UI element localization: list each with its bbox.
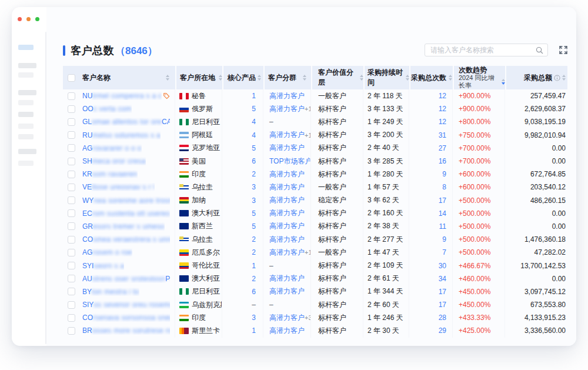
purchase-count-link[interactable]: 31 bbox=[439, 131, 446, 139]
purchase-count-link[interactable]: 14 bbox=[439, 209, 446, 218]
table-row[interactable]: AGrosem o roe 厄瓜多尔 2 高潜力客户 +1 一般客户 1 年 4… bbox=[63, 246, 567, 259]
segment-link[interactable]: 高潜力客户 bbox=[269, 221, 305, 231]
core-product-count[interactable]: 3 bbox=[252, 314, 256, 322]
core-product-count[interactable]: – bbox=[252, 301, 256, 309]
purchase-count-link[interactable]: 17 bbox=[439, 301, 446, 309]
core-product-count[interactable]: 5 bbox=[252, 222, 256, 231]
segment-link[interactable]: 高潜力客户 bbox=[269, 195, 305, 205]
table-row[interactable]: WYnea sorenme aore trosnU... 加纳 3 高潜力客户 … bbox=[63, 194, 567, 207]
table-row[interactable]: GResors tremer s umeso 新西兰 5 高潜力客户 标杆客户 … bbox=[63, 220, 567, 233]
segment-link[interactable]: 高潜力客户 bbox=[269, 104, 305, 114]
customer-name-link[interactable]: BRosses more sorutrese rotLTD bbox=[82, 326, 170, 335]
purchase-count-link[interactable]: 12 bbox=[439, 118, 446, 126]
purchase-count-link[interactable]: 12 bbox=[439, 105, 446, 113]
customer-name-link[interactable]: AGrovararer o o o bbox=[82, 144, 142, 152]
core-product-count[interactable]: 5 bbox=[252, 209, 256, 218]
row-checkbox[interactable] bbox=[68, 158, 75, 165]
customer-name-link[interactable]: KRsom ravaeren bbox=[82, 170, 138, 178]
row-checkbox[interactable] bbox=[68, 92, 75, 100]
table-row[interactable]: GLomae allentos tor oreCA... 尼日利亚 4 – 标杆… bbox=[63, 115, 567, 128]
column-header-segment[interactable]: 客户分群 bbox=[265, 66, 311, 89]
purchase-count-link[interactable]: 29 bbox=[439, 326, 446, 335]
table-row[interactable]: BYton mestra i to 尼日利亚 6 高潜力客户 标杆客户 1 年 … bbox=[63, 285, 567, 298]
sort-icon[interactable] bbox=[303, 75, 306, 81]
table-row[interactable]: OOc verta com 俄罗斯 5 高潜力客户 +1 标杆客户 3 年 13… bbox=[63, 102, 567, 115]
segment-link[interactable]: 高潜力客户 bbox=[269, 326, 305, 336]
tag-icon[interactable] bbox=[163, 92, 170, 99]
column-header-amount[interactable]: 采购总额 bbox=[506, 66, 567, 89]
fullscreen-expand-button[interactable] bbox=[559, 45, 568, 55]
customer-name-link[interactable]: GLomae allentos tor oreCA... bbox=[82, 118, 170, 126]
segment-link[interactable]: – bbox=[269, 262, 273, 270]
table-row[interactable]: AUstrens oser srotestosnP... 澳大利亚 2 高潜力客… bbox=[63, 272, 567, 285]
row-checkbox[interactable] bbox=[68, 327, 75, 335]
sort-icon[interactable] bbox=[360, 75, 363, 81]
customer-name-link[interactable]: COsmea veraestrera s unreR... bbox=[82, 235, 170, 244]
customer-name-link[interactable]: AUstrens oser srotestosnP... bbox=[82, 275, 170, 283]
table-row[interactable]: ECrom sustenla ott usereo 澳大利亚 5 高潜力客户 标… bbox=[63, 207, 567, 220]
customer-name-link[interactable]: NUtrmel compenra s a c bbox=[82, 92, 162, 100]
segment-link[interactable]: 高潜力客户 bbox=[269, 235, 305, 245]
purchase-count-link[interactable]: 27 bbox=[439, 144, 446, 152]
segment-link[interactable]: 高潜力客户 bbox=[269, 313, 305, 323]
sort-icon-active[interactable] bbox=[502, 79, 505, 85]
purchase-count-link[interactable]: 12 bbox=[439, 92, 446, 100]
row-checkbox[interactable] bbox=[68, 222, 75, 230]
row-checkbox[interactable] bbox=[68, 144, 75, 152]
customer-name-link[interactable]: VEttose ureosnav s r l bbox=[82, 183, 155, 191]
purchase-count-link[interactable]: 16 bbox=[439, 157, 446, 165]
column-header-purchase-count[interactable]: 采购总次数 bbox=[410, 66, 453, 89]
table-row[interactable]: SHmeca oror cresa 美国 6 TOP市场客户 标杆客户 3 年 … bbox=[63, 155, 567, 168]
segment-link[interactable]: 高潜力客户 bbox=[269, 208, 305, 218]
table-row[interactable]: COrsenava sorsonsoa sneustE ... 印度 3 高潜力… bbox=[63, 311, 567, 324]
customer-name-link[interactable]: COrsenava sorsonsoa sneustE ... bbox=[82, 314, 170, 322]
purchase-count-link[interactable]: 8 bbox=[442, 183, 446, 191]
customer-name-link[interactable]: OOc verta com bbox=[82, 105, 132, 113]
customer-name-link[interactable]: WYnea sorenme aore trosnU... bbox=[82, 196, 170, 205]
row-checkbox[interactable] bbox=[68, 184, 75, 191]
customer-name-link[interactable]: SIYos sevenor oreu rosemsX... bbox=[82, 301, 170, 309]
purchase-count-link[interactable]: 17 bbox=[439, 288, 446, 296]
core-product-count[interactable]: 1 bbox=[252, 262, 256, 270]
core-product-count[interactable]: 6 bbox=[252, 157, 256, 165]
customer-name-link[interactable]: BYton mestra i to bbox=[82, 288, 139, 296]
column-header-duration[interactable]: 采购持续时间 bbox=[365, 66, 409, 89]
segment-link[interactable]: – bbox=[269, 301, 273, 309]
column-header-value-tier[interactable]: 客户价值分层 bbox=[312, 66, 363, 89]
purchase-count-link[interactable]: 30 bbox=[439, 262, 446, 270]
purchase-count-link[interactable]: 17 bbox=[439, 196, 446, 205]
table-row[interactable]: VEttose ureosnav s r l 乌拉圭 3 高潜力客户 一般客户 … bbox=[63, 181, 567, 194]
sort-icon[interactable] bbox=[406, 75, 409, 81]
core-product-count[interactable]: 5 bbox=[252, 144, 256, 152]
customer-name-link[interactable]: AGrosem o roe bbox=[82, 248, 132, 256]
segment-link[interactable]: 高潜力客户 bbox=[269, 274, 305, 284]
row-checkbox[interactable] bbox=[68, 262, 75, 269]
core-product-count[interactable]: 1 bbox=[252, 92, 256, 100]
purchase-count-link[interactable]: 9 bbox=[442, 235, 446, 244]
table-row[interactable]: KRsom ravaeren 印度 2 高潜力客户 标杆客户 1 年 280 天… bbox=[63, 168, 567, 181]
segment-link[interactable]: 高潜力客户 bbox=[269, 248, 305, 258]
core-product-count[interactable]: 2 bbox=[252, 170, 256, 178]
customer-name-link[interactable]: ECrom sustenla ott usereo bbox=[82, 209, 170, 218]
segment-link[interactable]: 高潜力客户 bbox=[269, 143, 305, 153]
customer-name-link[interactable]: SYIseorn s a bbox=[82, 262, 124, 270]
purchase-count-link[interactable]: 9 bbox=[442, 170, 446, 178]
row-checkbox[interactable] bbox=[68, 196, 75, 204]
row-checkbox[interactable] bbox=[68, 118, 75, 126]
segment-link[interactable]: 高潜力客户 bbox=[269, 91, 305, 101]
row-checkbox[interactable] bbox=[68, 171, 75, 178]
purchase-count-link[interactable]: 7 bbox=[442, 248, 446, 256]
row-checkbox[interactable] bbox=[68, 249, 75, 256]
search-icon[interactable] bbox=[536, 46, 543, 54]
core-product-count[interactable]: 5 bbox=[252, 105, 256, 113]
segment-link[interactable]: 高潜力客户 bbox=[269, 286, 305, 296]
column-header-location[interactable]: 客户所在地 bbox=[176, 66, 222, 89]
search-input[interactable] bbox=[425, 46, 536, 54]
core-product-count[interactable]: 2 bbox=[252, 248, 256, 256]
sort-icon[interactable] bbox=[258, 75, 261, 81]
segment-link[interactable]: – bbox=[269, 118, 273, 126]
column-header-trend[interactable]: 次数趋势 2024 同比增长率 bbox=[454, 66, 505, 89]
core-product-count[interactable]: 1 bbox=[252, 326, 256, 335]
row-checkbox[interactable] bbox=[68, 209, 75, 217]
customer-name-link[interactable]: SHmeca oror cresa bbox=[82, 157, 146, 165]
